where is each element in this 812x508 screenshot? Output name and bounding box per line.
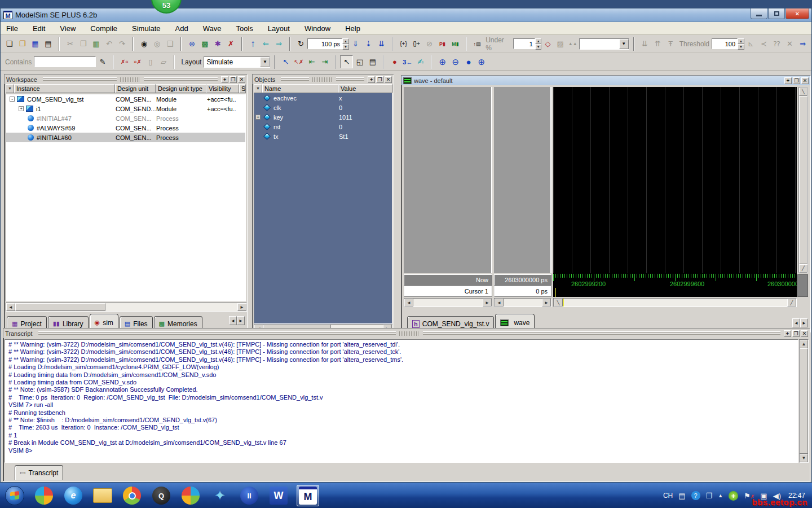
wave-vscrollbar[interactable]: ╲ ╱ (798, 87, 808, 273)
taskbar-item-explorer[interactable] (91, 485, 114, 506)
menu-window[interactable]: Window (304, 24, 330, 33)
scroll-down-icon[interactable]: ╱ (799, 264, 807, 273)
tree-row-initial60-selected[interactable]: #INITIAL#60 COM_SEN... Process (6, 133, 245, 142)
scroll-left-icon[interactable]: ◄ (495, 299, 504, 306)
tab-transcript[interactable]: ▭ Transcript (15, 465, 63, 480)
filter-peaks-button[interactable]: ▲▲ (567, 37, 579, 50)
tray-expand-icon[interactable]: ▲ (718, 493, 723, 498)
tree-row-i1[interactable]: + i1 COM_SEND... Module +acc=<fu.. (6, 104, 245, 113)
cursor1-label-cell[interactable]: Cursor 1 (404, 286, 492, 297)
zoom-mode-button[interactable]: ◱ (353, 55, 366, 68)
find-next-button[interactable]: ◎ (151, 37, 164, 50)
taskbar-item-internet-explorer[interactable]: e (62, 485, 85, 506)
add-cursor-button[interactable]: ↖ (279, 55, 292, 68)
wave-name-column[interactable] (404, 87, 492, 273)
menu-add[interactable]: Add (175, 24, 188, 33)
taskbar-item-modelsim-active[interactable]: M (297, 485, 319, 506)
taskbar-item-360-browser[interactable] (179, 485, 202, 506)
transcript-log[interactable]: # ** Warning: (vsim-3722) D:/modelsim_si… (5, 339, 798, 463)
scroll-thumb[interactable] (799, 96, 807, 264)
panel-expand-button[interactable]: + (784, 77, 792, 84)
help-icon[interactable]: ? (691, 491, 700, 500)
bookmark-button[interactable]: ❑ (164, 37, 176, 50)
filter-box-button[interactable]: ▨ (554, 37, 567, 50)
language-indicator[interactable]: CH (663, 492, 673, 500)
threshold-down-button[interactable]: ⇊ (638, 37, 651, 50)
panel-grip[interactable] (144, 77, 218, 82)
panel-undock-button[interactable]: ❐ (793, 77, 800, 84)
panel-grip[interactable] (423, 331, 780, 336)
column-design-unit-type[interactable]: Design unit type (156, 84, 206, 93)
print-button[interactable]: ▤ (42, 37, 55, 50)
simulate-button[interactable]: ✱ (211, 37, 224, 50)
threshold-spinner[interactable]: ▲▼ (738, 38, 744, 49)
panel-grip[interactable] (43, 77, 117, 82)
continue-run-button[interactable]: ⇣ (362, 37, 375, 50)
panel-close-button[interactable]: ✕ (801, 330, 808, 337)
taskbar-item-pc-manager[interactable] (33, 485, 55, 506)
find-button[interactable]: ◉ (138, 37, 151, 50)
performance-profile-button[interactable]: P▮ (436, 37, 449, 50)
menu-view[interactable]: View (60, 24, 76, 33)
cut-button[interactable]: ✂ (64, 37, 77, 50)
under-percent-spinner[interactable]: ▲▼ (535, 38, 542, 49)
panel-grip-dots[interactable] (120, 77, 140, 82)
step-button[interactable]: {+} (397, 37, 410, 50)
keyboard-icon[interactable]: ▤ (678, 492, 685, 500)
safety-plus-icon[interactable]: + (729, 491, 738, 501)
memory-profile-button[interactable]: M▮ (449, 37, 462, 50)
signal-row-key[interactable]: + key 1011 (254, 112, 392, 122)
zoom-in-button[interactable]: ⊕ (436, 55, 449, 68)
menu-compile[interactable]: Compile (90, 24, 117, 33)
delete-all-filter-button[interactable]: »✗ (131, 55, 144, 68)
tabs-scroll-right-icon[interactable]: ► (237, 316, 245, 325)
start-button[interactable] (3, 485, 26, 506)
filter-diamond-button[interactable]: ◇ (541, 37, 554, 50)
cursor-track[interactable] (553, 288, 797, 297)
panel-undock-button[interactable]: ❐ (376, 76, 383, 83)
doc-tool-button-1[interactable]: ▯ (144, 55, 157, 68)
new-file-button[interactable]: ❏ (3, 37, 16, 50)
scroll-right-icon[interactable]: ► (542, 299, 551, 306)
show-drivers-button[interactable]: 3← (401, 55, 414, 68)
signal-row-tx[interactable]: tx St1 (254, 132, 392, 141)
wave-value-column[interactable] (494, 87, 551, 273)
panel-grip[interactable] (281, 77, 309, 82)
insert-top-button[interactable]: ↑▤ (471, 37, 483, 50)
run-all-button[interactable]: ⇊ (375, 37, 388, 50)
menu-layout[interactable]: Layout (268, 24, 290, 33)
threshold-field[interactable]: 100 (712, 38, 738, 49)
column-status[interactable]: Sta (239, 84, 246, 93)
menu-simulate[interactable]: Simulate (132, 24, 161, 33)
panel-undock-button[interactable]: ❐ (792, 330, 800, 337)
undo-button[interactable]: ↶ (103, 37, 116, 50)
panel-grip[interactable] (38, 331, 396, 336)
threshold-t-button[interactable]: Ŧ (664, 37, 677, 50)
column-visibility[interactable]: Visibility (206, 84, 239, 93)
filter-icon[interactable]: ▼ (6, 84, 14, 93)
tabs-scroll-right-icon[interactable]: ► (800, 318, 808, 327)
column-name[interactable]: Name (262, 84, 338, 93)
tree-row-always59[interactable]: #ALWAYS#59 COM_SEN... Process (6, 123, 245, 133)
taskbar-item-word[interactable]: W (267, 485, 290, 506)
panel-grip-dots[interactable] (399, 331, 420, 336)
collapse-icon[interactable]: - (10, 97, 15, 102)
paste-button[interactable]: ▥ (90, 37, 103, 50)
menu-help[interactable]: Help (345, 24, 360, 33)
panel-close-button[interactable]: ✕ (801, 77, 809, 84)
close-button[interactable]: ✕ (785, 8, 809, 19)
run-button[interactable]: ⇓ (349, 37, 362, 50)
column-design-unit[interactable]: Design unit (115, 84, 156, 93)
signal-row-clk[interactable]: clk 0 (254, 103, 392, 112)
menu-wave[interactable]: Wave (203, 24, 222, 33)
zoom-out-button[interactable]: ⊖ (449, 55, 462, 68)
combo-dropdown-icon[interactable]: ▼ (619, 39, 629, 49)
maximize-button[interactable] (768, 8, 785, 19)
menu-edit[interactable]: Edit (33, 24, 45, 33)
stop-button[interactable]: ⊘ (423, 37, 436, 50)
edit-mode-button[interactable]: ▤ (366, 55, 379, 68)
panel-undock-button[interactable]: ❐ (230, 76, 237, 83)
tree-row-root[interactable]: - COM_SEND_vlg_tst COM_SEN... Module +ac… (6, 94, 245, 104)
panel-grip[interactable] (336, 77, 364, 82)
step-over-button[interactable]: {}+ (410, 37, 423, 50)
